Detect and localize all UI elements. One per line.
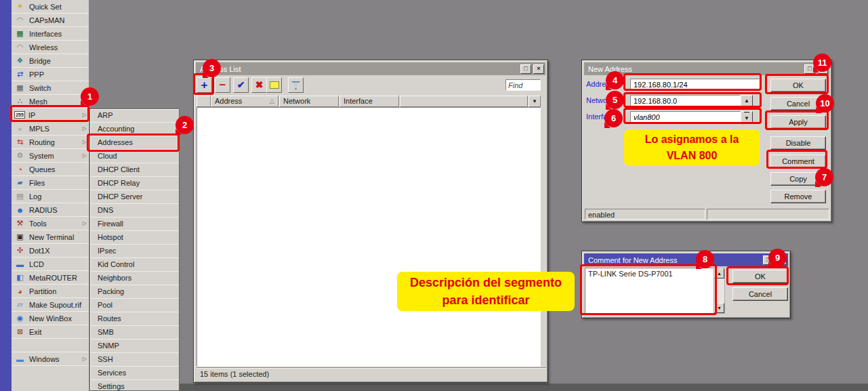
address-field[interactable] (630, 79, 760, 90)
sidebar-item-log[interactable]: ▤Log (12, 190, 89, 203)
submenu-item-addresses[interactable]: Addresses (90, 136, 179, 150)
column-header-address[interactable]: Address △ (211, 96, 278, 107)
submenu-item-smb[interactable]: SMB (90, 326, 179, 339)
column-header-network[interactable]: Network (279, 96, 339, 107)
wireless-antenna-icon: ◠ (14, 43, 26, 52)
sidebar-item-ip[interactable]: 255IP▷ (12, 108, 89, 122)
comment-textarea[interactable]: TP-LINK Serie DS-P7001 (585, 268, 714, 314)
sidebar-item-wireless[interactable]: ◠Wireless (12, 41, 89, 54)
comment-button[interactable]: Comment (770, 155, 826, 168)
submenu-item-dhcp-client[interactable]: DHCP Client (90, 163, 179, 177)
submenu-item-settings[interactable]: Settings (90, 380, 179, 391)
sidebar-item-ppp[interactable]: ⇄PPP (12, 68, 89, 81)
step-badge-1: 1 (81, 87, 99, 106)
network-field[interactable] (630, 95, 741, 106)
submenu-arrow-icon: ▷ (83, 152, 87, 159)
submenu-item-services[interactable]: Services (90, 367, 179, 380)
column-header-filler (400, 96, 528, 107)
ok-button[interactable]: OK (770, 79, 826, 92)
sidebar-item-label: System (29, 152, 83, 160)
sidebar-item-system[interactable]: ⚙System▷ (12, 149, 89, 163)
close-icon[interactable]: × (533, 64, 544, 74)
enable-button[interactable]: ✔ (233, 77, 249, 93)
log-icon: ▤ (14, 192, 26, 201)
sidebar-item-lcd[interactable]: ▬LCD (12, 258, 89, 271)
comment-cancel-button[interactable]: Cancel (732, 287, 788, 301)
filter-button[interactable] (288, 77, 304, 93)
sidebar-item-new-winbox[interactable]: ◉New WinBox (12, 312, 89, 325)
add-button[interactable]: + (197, 77, 212, 93)
submenu-item-hotspot[interactable]: Hotspot (90, 231, 179, 245)
sidebar-item-bridge[interactable]: ❖Bridge (12, 54, 89, 68)
submenu-item-snmp[interactable]: SNMP (90, 339, 179, 353)
scroll-up-icon[interactable]: ▲ (714, 268, 724, 279)
metarouter-icon: ◧ (14, 273, 26, 282)
sidebar-item-interfaces[interactable]: ▦Interfaces (12, 27, 89, 41)
sidebar-item-files[interactable]: ▰Files (12, 176, 89, 190)
column-header-interface[interactable]: Interface (339, 96, 399, 107)
step-badge-5: 5 (606, 91, 624, 109)
sidebar-item-make-supout-rif[interactable]: ▱Make Supout.rif (12, 298, 89, 312)
comment-scrollbar[interactable]: ▲ ▼ (714, 268, 725, 314)
column-select-dropdown[interactable]: ▼ (529, 96, 541, 107)
submenu-item-packing[interactable]: Packing (90, 285, 179, 299)
step-badge-9: 9 (768, 249, 787, 267)
sidebar-item-exit[interactable]: ⊠Exit (12, 325, 89, 339)
sidebar-item-switch[interactable]: ▦Switch (12, 81, 89, 95)
sidebar-item-mpls[interactable]: ●MPLS▷ (12, 122, 89, 136)
note-line: VLAN 800 (624, 148, 760, 164)
submenu-item-firewall[interactable]: Firewall (90, 218, 179, 231)
sidebar-item-queues[interactable]: ◔Queues (12, 163, 89, 176)
comment-ok-button[interactable]: OK (732, 270, 788, 283)
submenu-item-routes[interactable]: Routes (90, 312, 179, 326)
submenu-item-neighbors[interactable]: Neighbors (90, 272, 179, 285)
sidebar-item-mesh[interactable]: ∴Mesh (12, 95, 89, 108)
sidebar-item-routing[interactable]: ⇆Routing▷ (12, 136, 89, 149)
sidebar-item-label: Tools (29, 220, 83, 228)
sidebar-item-capsman[interactable]: ◠CAPsMAN (12, 14, 89, 27)
submenu-item-arp[interactable]: ARP (90, 109, 179, 123)
filter-funnel-icon (291, 81, 300, 89)
scroll-down-icon[interactable]: ▼ (714, 303, 724, 313)
address-list-titlebar[interactable]: Address List □ × (196, 62, 545, 75)
sidebar-item-label: IP (28, 111, 83, 119)
sidebar-item-label: Make Supout.rif (29, 301, 87, 309)
interface-dropdown[interactable] (630, 111, 741, 123)
sidebar-item-tools[interactable]: ⚒Tools▷ (12, 217, 89, 230)
comment-titlebar[interactable]: Comment for New Address □ × (584, 253, 788, 266)
sidebar-item-label: RADIUS (29, 206, 87, 214)
sidebar-item-label: New WinBox (29, 314, 87, 323)
submenu-item-ssh[interactable]: SSH (90, 353, 179, 367)
sidebar-item-windows[interactable]: ▬Windows▷ (12, 352, 89, 366)
address-list-body[interactable] (197, 107, 541, 367)
submenu-item-cloud[interactable]: Cloud (90, 150, 179, 163)
routing-arrows-icon: ⇆ (14, 138, 26, 146)
restore-icon[interactable]: □ (520, 64, 531, 74)
sidebar-item-dot1x[interactable]: ✣Dot1X (12, 244, 89, 258)
column-header-blank[interactable] (197, 96, 211, 107)
apply-button[interactable]: Apply (770, 115, 826, 129)
sidebar-item-label: Routing (29, 138, 83, 146)
sidebar-item-partition[interactable]: ◕Partition (12, 285, 89, 298)
sidebar-item-label: MetaROUTER (29, 274, 87, 282)
submenu-item-accounting[interactable]: Accounting (90, 123, 179, 136)
comment-button[interactable] (266, 77, 282, 93)
submenu-item-ipsec[interactable]: IPsec (90, 245, 179, 258)
network-up-arrow-button[interactable]: ▲ (741, 95, 753, 106)
combo-arrow-icon: ▼ (744, 112, 749, 123)
sidebar-item-metarouter[interactable]: ◧MetaROUTER (12, 271, 89, 285)
submenu-item-dhcp-relay[interactable]: DHCP Relay (90, 177, 179, 190)
disable-button[interactable]: ✖ (251, 77, 267, 93)
disable-button[interactable]: Disable (770, 136, 826, 150)
sidebar-item-new-terminal[interactable]: ▣New Terminal (12, 230, 89, 244)
interface-dropdown-arrow-button[interactable]: ▼ (741, 111, 753, 123)
remove-button[interactable]: − (215, 77, 230, 93)
submenu-item-dns[interactable]: DNS (90, 204, 179, 218)
submenu-item-kid-control[interactable]: Kid Control (90, 258, 179, 272)
submenu-item-pool[interactable]: Pool (90, 299, 179, 312)
submenu-item-dhcp-server[interactable]: DHCP Server (90, 190, 179, 204)
remove-button[interactable]: Remove (770, 190, 826, 203)
sidebar-item-radius[interactable]: ☻RADIUS (12, 203, 89, 217)
find-input[interactable] (505, 79, 541, 91)
sidebar-item-quick-set[interactable]: ✶Quick Set (12, 0, 89, 14)
